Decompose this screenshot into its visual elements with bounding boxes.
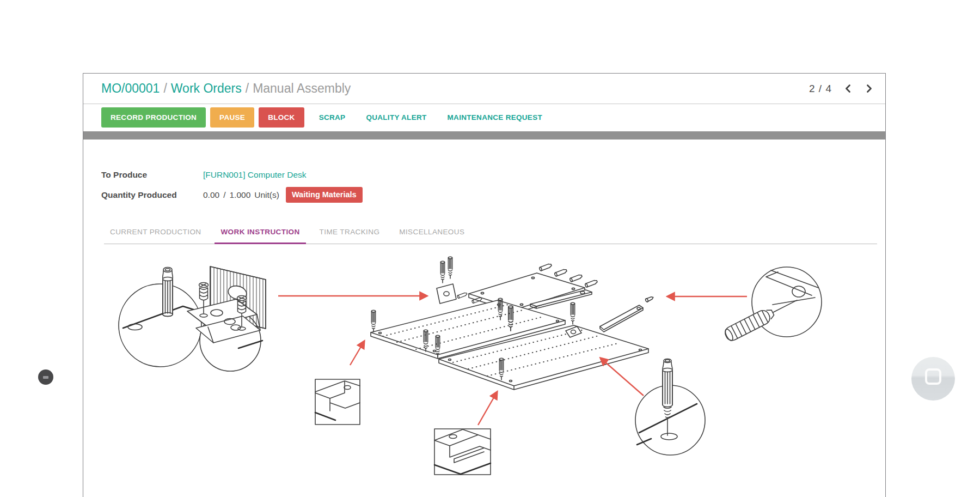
field-row-to-produce: To Produce [FURN001] Computer Desk (101, 168, 885, 182)
quantity-separator: / (223, 190, 225, 199)
field-label-to-produce: To Produce (101, 170, 203, 180)
pager-prev-button[interactable] (843, 83, 853, 94)
quantity-done: 0.00 (203, 190, 219, 199)
tab-time-tracking[interactable]: TIME TRACKING (314, 228, 386, 244)
breadcrumb-link-mo[interactable]: MO/00001 (101, 81, 160, 95)
work-order-card: MO/00001/Work Orders/Manual Assembly 2 /… (83, 73, 886, 497)
breadcrumb-separator: / (160, 81, 170, 95)
pager-next-button[interactable] (864, 83, 874, 94)
field-label-quantity-produced: Quantity Produced (101, 190, 203, 200)
work-instruction-diagram (101, 245, 850, 496)
quantity-uom: Unit(s) (254, 190, 279, 199)
status-progress-bar (83, 131, 885, 140)
breadcrumb-link-work-orders[interactable]: Work Orders (171, 81, 242, 95)
tab-work-instruction[interactable]: WORK INSTRUCTION (215, 228, 305, 244)
quantity-value: 0.00/1.000Unit(s) (203, 190, 279, 200)
toolbar: RECORD PRODUCTION PAUSE BLOCK SCRAP QUAL… (83, 104, 885, 130)
home-button[interactable] (911, 357, 955, 401)
breadcrumb-current: Manual Assembly (253, 81, 351, 95)
side-dot-button[interactable] (38, 369, 53, 385)
breadcrumb: MO/00001/Work Orders/Manual Assembly (101, 81, 351, 96)
status-badge-waiting-materials: Waiting Materials (286, 187, 363, 203)
tab-bar: CURRENT PRODUCTION WORK INSTRUCTION TIME… (104, 228, 877, 244)
maintenance-request-button[interactable]: MAINTENANCE REQUEST (440, 113, 550, 122)
tab-current-production[interactable]: CURRENT PRODUCTION (104, 228, 207, 244)
card-header: MO/00001/Work Orders/Manual Assembly 2 /… (83, 74, 885, 104)
chevron-right-icon (865, 84, 873, 93)
breadcrumb-separator: / (242, 81, 253, 95)
field-group: To Produce [FURN001] Computer Desk Quant… (101, 168, 885, 203)
quality-alert-button[interactable]: QUALITY ALERT (358, 113, 434, 122)
quantity-total: 1.000 (229, 190, 250, 199)
pager-count: 2 / 4 (809, 83, 832, 95)
pause-button[interactable]: PAUSE (210, 107, 254, 128)
block-button[interactable]: BLOCK (259, 107, 304, 128)
tab-miscellaneous[interactable]: MISCELLANEOUS (393, 228, 470, 244)
record-production-button[interactable]: RECORD PRODUCTION (101, 107, 206, 128)
pager: 2 / 4 (809, 83, 874, 95)
scrap-button[interactable]: SCRAP (311, 113, 353, 122)
product-link[interactable]: [FURN001] Computer Desk (203, 170, 307, 179)
field-row-quantity-produced: Quantity Produced 0.00/1.000Unit(s) Wait… (101, 187, 885, 203)
home-square-icon (925, 368, 941, 385)
chevron-left-icon (844, 84, 852, 93)
